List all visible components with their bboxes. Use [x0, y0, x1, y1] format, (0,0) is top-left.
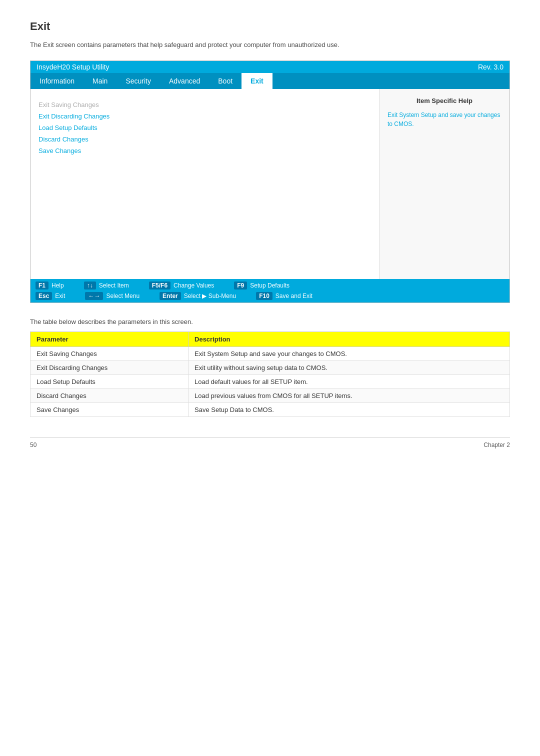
nav-item-information[interactable]: Information — [30, 73, 84, 89]
bios-left-panel: Exit Saving Changes Exit Discarding Chan… — [30, 89, 380, 279]
bios-rev: Rev. 3.0 — [478, 63, 504, 71]
table-cell-desc: Exit System Setup and save your changes … — [188, 347, 510, 361]
hotkey-updown: ↑↓ Select Item — [84, 282, 129, 290]
bios-content: Exit Saving Changes Exit Discarding Chan… — [30, 89, 510, 279]
table-row: Load Setup Defaults Load default values … — [30, 375, 510, 389]
bios-topbar: InsydeH20 Setup Utility Rev. 3.0 — [30, 61, 510, 73]
hotkey-leftright: ←→ Select Menu — [85, 292, 140, 300]
bios-right-panel: Item Specific Help Exit System Setup and… — [380, 89, 510, 279]
hotkey-f5f6-desc: Change Values — [174, 282, 214, 289]
hotkey-row-1: F1 Help ↑↓ Select Item F5/F6 Change Valu… — [30, 279, 510, 292]
hotkey-f9: F9 Setup Defaults — [234, 282, 290, 290]
bios-title: InsydeH20 Setup Utility — [36, 63, 110, 71]
page-title: Exit — [30, 20, 510, 33]
hotkey-enter: Enter Select ▶ Sub-Menu — [160, 292, 236, 300]
hotkey-updown-key: ↑↓ — [84, 282, 96, 290]
table-row: Exit Discarding Changes Exit utility wit… — [30, 361, 510, 375]
hotkey-esc-key: Esc — [36, 292, 52, 300]
menu-item-save-changes[interactable]: Save Changes — [38, 145, 371, 156]
footer-divider — [30, 437, 510, 438]
hotkey-f5f6-key: F5/F6 — [149, 282, 170, 290]
hotkey-updown-desc: Select Item — [99, 282, 129, 289]
hotkey-f1-desc: Help — [52, 282, 64, 289]
intro-text: The Exit screen contains parameters that… — [30, 41, 510, 48]
bios-hotkeys: F1 Help ↑↓ Select Item F5/F6 Change Valu… — [30, 279, 510, 302]
hotkey-f10: F10 Save and Exit — [256, 292, 312, 300]
table-cell-param: Exit Discarding Changes — [30, 361, 188, 375]
hotkey-f10-key: F10 — [256, 292, 272, 300]
menu-item-discard-changes[interactable]: Discard Changes — [38, 134, 371, 145]
bios-nav: Information Main Security Advanced Boot … — [30, 73, 510, 89]
col-header-description: Description — [188, 332, 510, 347]
hotkey-f9-desc: Setup Defaults — [250, 282, 290, 289]
nav-item-advanced[interactable]: Advanced — [160, 73, 209, 89]
help-title: Item Specific Help — [388, 97, 502, 104]
menu-item-exit-saving[interactable]: Exit Saving Changes — [38, 99, 371, 110]
hotkey-esc-desc: Exit — [55, 292, 65, 300]
hotkey-f9-key: F9 — [234, 282, 247, 290]
bios-container: InsydeH20 Setup Utility Rev. 3.0 Informa… — [30, 60, 510, 303]
table-row: Exit Saving Changes Exit System Setup an… — [30, 347, 510, 361]
table-cell-param: Load Setup Defaults — [30, 375, 188, 389]
nav-item-main[interactable]: Main — [84, 73, 116, 89]
hotkey-leftright-desc: Select Menu — [106, 292, 140, 300]
table-row: Save Changes Save Setup Data to CMOS. — [30, 403, 510, 417]
nav-item-boot[interactable]: Boot — [209, 73, 242, 89]
hotkey-enter-key: Enter — [160, 292, 181, 300]
table-cell-param: Save Changes — [30, 403, 188, 417]
table-cell-desc: Load default values for all SETUP item. — [188, 375, 510, 389]
table-cell-param: Exit Saving Changes — [30, 347, 188, 361]
menu-item-exit-discarding[interactable]: Exit Discarding Changes — [38, 110, 371, 122]
hotkey-f10-desc: Save and Exit — [276, 292, 312, 300]
table-cell-param: Discard Changes — [30, 389, 188, 403]
table-intro: The table below describes the parameters… — [30, 318, 510, 326]
menu-item-load-defaults[interactable]: Load Setup Defaults — [38, 122, 371, 134]
hotkey-f5f6: F5/F6 Change Values — [149, 282, 214, 290]
params-table: Parameter Description Exit Saving Change… — [30, 332, 510, 417]
hotkey-f1-key: F1 — [36, 282, 48, 290]
nav-item-security[interactable]: Security — [116, 73, 160, 89]
chapter-label: Chapter 2 — [484, 442, 510, 448]
hotkey-row-2: Esc Exit ←→ Select Menu Enter Select ▶ S… — [30, 292, 510, 302]
table-row: Discard Changes Load previous values fro… — [30, 389, 510, 403]
hotkey-f1: F1 Help — [36, 282, 64, 290]
page-number: 50 — [30, 442, 36, 448]
table-cell-desc: Load previous values from CMOS for all S… — [188, 389, 510, 403]
nav-item-exit[interactable]: Exit — [242, 73, 272, 89]
table-cell-desc: Exit utility without saving setup data t… — [188, 361, 510, 375]
hotkey-enter-desc: Select ▶ Sub-Menu — [184, 292, 236, 300]
footer: 50 Chapter 2 — [30, 442, 510, 448]
hotkey-leftright-key: ←→ — [85, 292, 103, 300]
hotkey-esc: Esc Exit — [36, 292, 65, 300]
help-text: Exit System Setup and save your changes … — [388, 110, 502, 128]
col-header-parameter: Parameter — [30, 332, 188, 347]
table-cell-desc: Save Setup Data to CMOS. — [188, 403, 510, 417]
